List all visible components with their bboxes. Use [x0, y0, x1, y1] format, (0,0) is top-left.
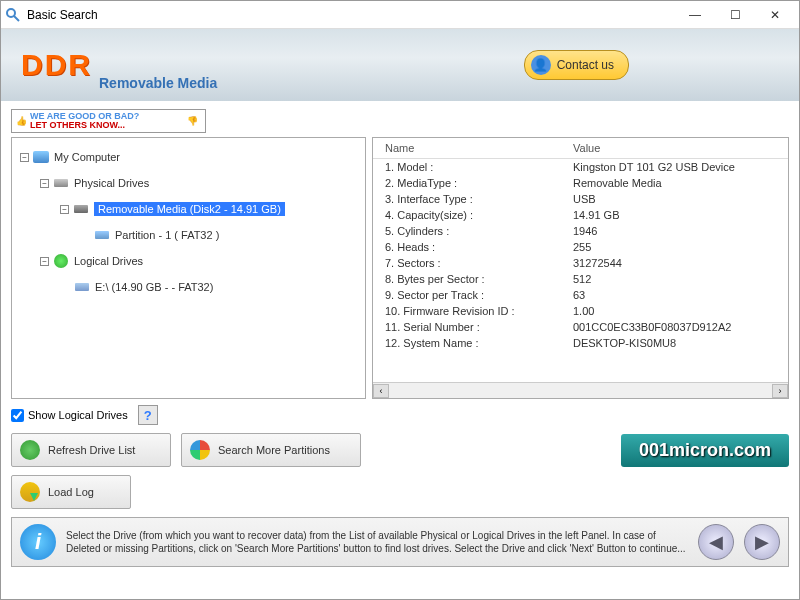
- expander-icon[interactable]: −: [20, 153, 29, 162]
- thumb-down-icon: 👎: [187, 116, 198, 126]
- horizontal-scrollbar[interactable]: ‹ ›: [373, 382, 788, 398]
- property-row[interactable]: 3. Interface Type :USB: [373, 191, 788, 207]
- prop-name: 3. Interface Type :: [385, 193, 573, 205]
- prop-value: 255: [573, 241, 788, 253]
- tree-removable-media[interactable]: − Removable Media (Disk2 - 14.91 GB): [60, 200, 357, 218]
- tree-partition[interactable]: Partition - 1 ( FAT32 ): [94, 226, 357, 244]
- watermark: 001micron.com: [621, 434, 789, 467]
- property-row[interactable]: 1. Model :Kingston DT 101 G2 USB Device: [373, 159, 788, 175]
- tree-logical-drives[interactable]: − Logical Drives: [40, 252, 357, 270]
- tree-root[interactable]: − My Computer: [20, 148, 357, 166]
- prop-value: USB: [573, 193, 788, 205]
- feedback-line2: LET OTHERS KNOW...: [30, 121, 139, 130]
- col-name[interactable]: Name: [373, 142, 573, 154]
- tree-label: Logical Drives: [74, 255, 143, 267]
- tree-label: Physical Drives: [74, 177, 149, 189]
- prop-value: 1946: [573, 225, 788, 237]
- prop-name: 1. Model :: [385, 161, 573, 173]
- titlebar: Basic Search — ☐ ✕: [1, 1, 799, 29]
- col-value[interactable]: Value: [573, 142, 788, 154]
- property-row[interactable]: 2. MediaType :Removable Media: [373, 175, 788, 191]
- prop-value: Kingston DT 101 G2 USB Device: [573, 161, 788, 173]
- back-button[interactable]: ◀: [698, 524, 734, 560]
- contact-label: Contact us: [557, 58, 614, 72]
- prop-name: 11. Serial Number :: [385, 321, 573, 333]
- expander-icon[interactable]: −: [60, 205, 69, 214]
- drives-icon: [53, 176, 69, 190]
- refresh-drive-list-button[interactable]: Refresh Drive List: [11, 433, 171, 467]
- tree-label: Partition - 1 ( FAT32 ): [115, 229, 219, 241]
- properties-header: Name Value: [373, 138, 788, 159]
- show-logical-checkbox[interactable]: Show Logical Drives: [11, 409, 128, 422]
- scroll-right-icon[interactable]: ›: [772, 384, 788, 398]
- prop-value: 63: [573, 289, 788, 301]
- refresh-icon: [20, 440, 40, 460]
- arrow-left-icon: ◀: [709, 531, 723, 553]
- tree-label: E:\ (14.90 GB - - FAT32): [95, 281, 213, 293]
- computer-icon: [33, 150, 49, 164]
- prop-name: 4. Capacity(size) :: [385, 209, 573, 221]
- prop-name: 2. MediaType :: [385, 177, 573, 189]
- svg-line-1: [14, 16, 19, 21]
- checkbox-input[interactable]: [11, 409, 24, 422]
- prop-name: 12. System Name :: [385, 337, 573, 349]
- button-label: Load Log: [48, 486, 94, 498]
- tree-label: My Computer: [54, 151, 120, 163]
- minimize-button[interactable]: —: [675, 3, 715, 27]
- scroll-left-icon[interactable]: ‹: [373, 384, 389, 398]
- next-button[interactable]: ▶: [744, 524, 780, 560]
- header-banner: DDR Removable Media 👤 Contact us: [1, 29, 799, 101]
- contact-us-button[interactable]: 👤 Contact us: [524, 50, 629, 80]
- prop-value: 001CC0EC33B0F08037D912A2: [573, 321, 788, 333]
- prop-value: 31272544: [573, 257, 788, 269]
- partition-icon: [94, 228, 110, 242]
- window-title: Basic Search: [27, 8, 675, 22]
- property-row[interactable]: 11. Serial Number :001CC0EC33B0F08037D91…: [373, 319, 788, 335]
- prop-name: 7. Sectors :: [385, 257, 573, 269]
- maximize-button[interactable]: ☐: [715, 3, 755, 27]
- button-label: Search More Partitions: [218, 444, 330, 456]
- prop-name: 8. Bytes per Sector :: [385, 273, 573, 285]
- prop-value: 14.91 GB: [573, 209, 788, 221]
- tree-physical-drives[interactable]: − Physical Drives: [40, 174, 357, 192]
- search-icon: [190, 440, 210, 460]
- help-button[interactable]: ?: [138, 405, 158, 425]
- feedback-button[interactable]: 👍 WE ARE GOOD OR BAD? LET OTHERS KNOW...…: [11, 109, 206, 133]
- prop-value: 1.00: [573, 305, 788, 317]
- property-row[interactable]: 12. System Name :DESKTOP-KIS0MU8: [373, 335, 788, 351]
- property-row[interactable]: 5. Cylinders :1946: [373, 223, 788, 239]
- header-subtitle: Removable Media: [99, 75, 217, 91]
- button-label: Refresh Drive List: [48, 444, 135, 456]
- properties-panel: Name Value 1. Model :Kingston DT 101 G2 …: [372, 137, 789, 399]
- prop-name: 9. Sector per Track :: [385, 289, 573, 301]
- tree-volume[interactable]: E:\ (14.90 GB - - FAT32): [74, 278, 357, 296]
- arrow-right-icon: ▶: [755, 531, 769, 553]
- prop-name: 10. Firmware Revision ID :: [385, 305, 573, 317]
- property-row[interactable]: 8. Bytes per Sector :512: [373, 271, 788, 287]
- expander-icon[interactable]: −: [40, 257, 49, 266]
- tree-label: Removable Media (Disk2 - 14.91 GB): [94, 202, 285, 216]
- property-row[interactable]: 7. Sectors :31272544: [373, 255, 788, 271]
- load-icon: [20, 482, 40, 502]
- info-icon: i: [20, 524, 56, 560]
- logical-icon: [53, 254, 69, 268]
- prop-name: 6. Heads :: [385, 241, 573, 253]
- prop-value: 512: [573, 273, 788, 285]
- prop-name: 5. Cylinders :: [385, 225, 573, 237]
- load-log-button[interactable]: Load Log: [11, 475, 131, 509]
- close-button[interactable]: ✕: [755, 3, 795, 27]
- property-row[interactable]: 6. Heads :255: [373, 239, 788, 255]
- volume-icon: [74, 280, 90, 294]
- expander-icon[interactable]: −: [40, 179, 49, 188]
- search-more-partitions-button[interactable]: Search More Partitions: [181, 433, 361, 467]
- drive-tree-panel: − My Computer − Physical Drives − R: [11, 137, 366, 399]
- footer-message: Select the Drive (from which you want to…: [66, 529, 688, 555]
- property-row[interactable]: 9. Sector per Track :63: [373, 287, 788, 303]
- person-icon: 👤: [531, 55, 551, 75]
- property-row[interactable]: 10. Firmware Revision ID :1.00: [373, 303, 788, 319]
- svg-point-0: [7, 9, 15, 17]
- property-row[interactable]: 4. Capacity(size) :14.91 GB: [373, 207, 788, 223]
- checkbox-label: Show Logical Drives: [28, 409, 128, 421]
- usb-icon: [73, 202, 89, 216]
- prop-value: Removable Media: [573, 177, 788, 189]
